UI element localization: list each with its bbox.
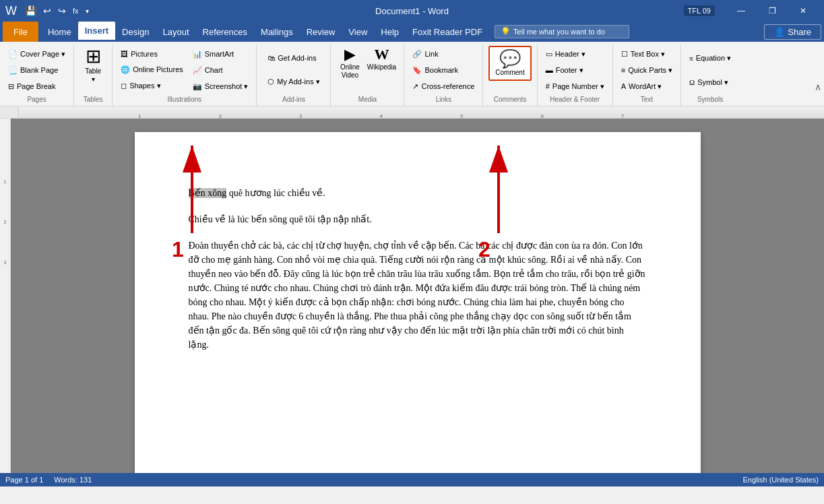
comment-icon: 💬 <box>499 50 521 67</box>
online-video-button[interactable]: ▶ OnlineVideo <box>336 46 363 81</box>
page-number-button[interactable]: # Page Number ▾ <box>543 81 607 92</box>
dropdown-button[interactable]: ▾ <box>83 4 92 18</box>
chart-button[interactable]: 📈 Chart <box>190 65 251 76</box>
footer-button[interactable]: ▬ Footer ▾ <box>543 65 607 76</box>
paragraph-3: Đoàn thuyền chở các bà, các chị từ chợ h… <box>189 239 647 352</box>
cross-reference-icon: ↗ <box>412 82 418 91</box>
text-label: Text <box>641 94 653 104</box>
redo-button[interactable]: ↪ <box>55 4 69 18</box>
close-button[interactable]: ✕ <box>788 0 819 22</box>
my-addins-button[interactable]: ⬡ My Add-ins ▾ <box>265 76 322 88</box>
status-bar: Page 1 of 1 Words: 131 English (United S… <box>0 473 824 486</box>
menu-view[interactable]: View <box>342 22 374 42</box>
text-group-content: ☐ Text Box ▾ ≡ Quick Parts ▾ A WordArt ▾ <box>619 46 675 94</box>
footer-icon: ▬ <box>546 66 553 74</box>
blank-page-icon: 📃 <box>8 66 18 75</box>
my-addins-icon: ⬡ <box>267 77 274 86</box>
link-button[interactable]: 🔗 Link <box>410 49 477 60</box>
screenshot-icon: 📷 <box>193 82 202 91</box>
get-addins-button[interactable]: 🛍 Get Add-ins <box>265 53 322 63</box>
ribbon: 📄 Cover Page ▾ 📃 Blank Page ⊟ Page Break… <box>0 42 824 106</box>
links-col: 🔗 Link 🔖 Bookmark ↗ Cross-reference <box>410 46 477 94</box>
cover-page-button[interactable]: 📄 Cover Page ▾ <box>5 49 68 60</box>
menu-layout[interactable]: Layout <box>156 22 196 42</box>
online-pictures-button[interactable]: 🌐 Online Pictures <box>118 64 186 75</box>
menu-home[interactable]: Home <box>41 22 78 42</box>
paragraph-2: Chiều về là lúc bến sông quê tôi tập nập… <box>189 212 647 226</box>
blank-page-button[interactable]: 📃 Blank Page <box>5 65 68 76</box>
document-scroll[interactable]: Bến xông quê hương lúc chiều về. Chiều v… <box>11 119 824 473</box>
page-break-button[interactable]: ⊟ Page Break <box>5 81 68 92</box>
menu-help[interactable]: Help <box>374 22 406 42</box>
quick-parts-icon: ≡ <box>621 66 625 74</box>
pictures-icon: 🖼 <box>121 50 128 58</box>
lightbulb-icon: 💡 <box>501 27 511 36</box>
comments-group-content: 💬 Comment <box>488 46 531 94</box>
title-bar: W 💾 ↩ ↪ fx ▾ Document1 - Word TFL 09 — ❐… <box>0 0 824 22</box>
wordart-button[interactable]: A WordArt ▾ <box>619 81 675 92</box>
ribbon-group-illustrations: 🖼 Pictures 🌐 Online Pictures ◻ Shapes ▾ … <box>113 44 257 106</box>
ribbon-group-addins: 🛍 Get Add-ins ⬡ My Add-ins ▾ Add-ins <box>257 44 331 106</box>
media-group-content: ▶ OnlineVideo W Wikipedia <box>336 46 398 94</box>
equation-button[interactable]: π Equation ▾ <box>687 53 734 64</box>
shapes-button[interactable]: ◻ Shapes ▾ <box>118 80 186 92</box>
maximize-button[interactable]: ❐ <box>757 0 788 22</box>
ribbon-group-header-footer: ▭ Header ▾ ▬ Footer ▾ # Page Number ▾ He… <box>538 44 613 106</box>
tell-me-search[interactable]: 💡 Tell me what you want to do <box>495 25 629 38</box>
menu-mailings[interactable]: Mailings <box>254 22 300 42</box>
title-bar-left: W 💾 ↩ ↪ fx ▾ <box>5 4 92 18</box>
pages-col: 📄 Cover Page ▾ 📃 Blank Page ⊟ Page Break <box>5 46 68 94</box>
menu-file[interactable]: File <box>3 22 38 42</box>
tables-label: Tables <box>84 94 103 104</box>
menu-insert[interactable]: Insert <box>78 22 115 42</box>
menu-review[interactable]: Review <box>300 22 342 42</box>
menu-references[interactable]: References <box>196 22 254 42</box>
page-number-icon: # <box>546 82 550 90</box>
illustrations-col2: 📊 SmartArt 📈 Chart 📷 Screenshot ▾ <box>190 46 251 94</box>
symbol-button[interactable]: Ω Symbol ▾ <box>687 77 734 88</box>
pictures-button[interactable]: 🖼 Pictures <box>118 49 186 59</box>
header-footer-col: ▭ Header ▾ ▬ Footer ▾ # Page Number ▾ <box>543 46 607 94</box>
bookmark-icon: 🔖 <box>412 66 422 75</box>
quick-parts-button[interactable]: ≡ Quick Parts ▾ <box>619 65 675 76</box>
wikipedia-button[interactable]: W Wikipedia <box>365 46 398 73</box>
illustrations-group-content: 🖼 Pictures 🌐 Online Pictures ◻ Shapes ▾ … <box>118 46 251 94</box>
quick-access-toolbar: 💾 ↩ ↪ fx ▾ <box>22 4 92 18</box>
table-button[interactable]: ⊞ Table▾ <box>80 46 106 85</box>
menu-foxit[interactable]: Foxit Reader PDF <box>406 22 489 42</box>
minimize-button[interactable]: — <box>726 0 757 22</box>
pages-group-content: 📄 Cover Page ▾ 📃 Blank Page ⊟ Page Break <box>5 46 68 94</box>
textbox-icon: ☐ <box>621 50 628 59</box>
symbols-label: Symbols <box>697 94 723 104</box>
symbols-group-content: π Equation ▾ Ω Symbol ▾ <box>687 46 734 94</box>
links-group-content: 🔗 Link 🔖 Bookmark ↗ Cross-reference <box>410 46 477 94</box>
comments-label: Comments <box>494 94 526 104</box>
wordart-icon: A <box>621 82 626 90</box>
bookmark-button[interactable]: 🔖 Bookmark <box>410 65 477 76</box>
smartart-icon: 📊 <box>193 50 202 59</box>
cover-page-icon: 📄 <box>8 50 18 59</box>
comment-button[interactable]: 💬 Comment <box>488 46 531 81</box>
formula-button[interactable]: fx <box>70 4 82 18</box>
header-button[interactable]: ▭ Header ▾ <box>543 49 607 60</box>
share-button[interactable]: 👤 Share <box>764 24 821 40</box>
textbox-button[interactable]: ☐ Text Box ▾ <box>619 49 675 60</box>
addins-group-content: 🛍 Get Add-ins ⬡ My Add-ins ▾ <box>265 46 322 94</box>
illustrations-label: Illustrations <box>168 94 202 104</box>
chart-icon: 📈 <box>193 66 202 75</box>
document-content[interactable]: Bến xông quê hương lúc chiều về. Chiều v… <box>189 186 647 352</box>
ribbon-collapse-button[interactable]: ∧ <box>815 82 821 92</box>
online-video-icon: ▶ <box>344 47 356 62</box>
illustrations-col1: 🖼 Pictures 🌐 Online Pictures ◻ Shapes ▾ <box>118 46 186 94</box>
menu-design[interactable]: Design <box>115 22 156 42</box>
undo-button[interactable]: ↩ <box>40 4 54 18</box>
header-footer-label: Header & Footer <box>550 94 600 104</box>
header-footer-group-content: ▭ Header ▾ ▬ Footer ▾ # Page Number ▾ <box>543 46 607 94</box>
ribbon-group-comments: 💬 Comment Comments <box>483 44 537 106</box>
page-info: Page 1 of 1 <box>5 476 43 484</box>
save-button[interactable]: 💾 <box>22 4 39 18</box>
screenshot-button[interactable]: 📷 Screenshot ▾ <box>190 81 251 92</box>
cross-reference-button[interactable]: ↗ Cross-reference <box>410 81 477 92</box>
paragraph-1: Bến xông quê hương lúc chiều về. <box>189 186 647 200</box>
smartart-button[interactable]: 📊 SmartArt <box>190 49 251 60</box>
